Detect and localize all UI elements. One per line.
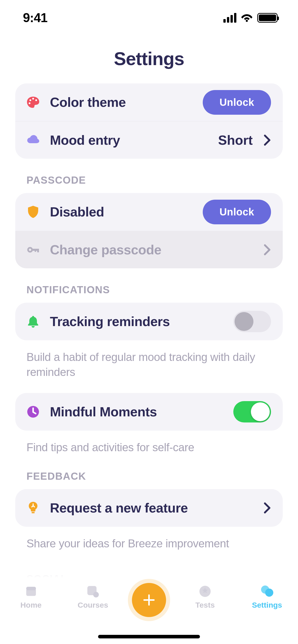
- row-change-passcode: Change passcode: [15, 231, 283, 268]
- section-header-feedback: FEEDBACK: [26, 471, 283, 482]
- chevron-right-icon: [263, 502, 271, 514]
- add-button[interactable]: [132, 583, 166, 617]
- chevron-right-icon: [263, 244, 271, 255]
- passcode-group: Disabled Unlock Change passcode: [15, 193, 283, 268]
- svg-point-17: [265, 589, 273, 597]
- home-indicator: [98, 635, 200, 638]
- tracking-reminders-hint: Build a habit of regular mood tracking w…: [26, 349, 272, 380]
- wifi-icon: [241, 13, 253, 22]
- tracking-group: Tracking reminders: [15, 303, 283, 340]
- tab-tests[interactable]: Tests: [182, 584, 228, 609]
- row-tracking-reminders[interactable]: Tracking reminders: [15, 303, 283, 340]
- page-title: Settings: [0, 48, 298, 69]
- svg-point-14: [93, 592, 99, 597]
- row-color-theme[interactable]: Color theme Unlock: [15, 83, 283, 121]
- svg-rect-7: [37, 249, 39, 252]
- status-bar: 9:41: [0, 0, 298, 36]
- row-mood-entry[interactable]: Mood entry Short: [15, 121, 283, 159]
- tab-home[interactable]: Home: [8, 584, 54, 609]
- settings-icon: [260, 584, 274, 599]
- tab-courses[interactable]: Courses: [70, 584, 116, 609]
- tab-settings-label: Settings: [252, 601, 282, 609]
- section-header-notifications: NOTIFICATIONS: [26, 284, 283, 296]
- appearance-group: Color theme Unlock Mood entry Short: [15, 83, 283, 159]
- svg-point-1: [32, 98, 34, 100]
- shield-icon: [25, 204, 41, 219]
- tracking-reminders-label: Tracking reminders: [50, 314, 224, 329]
- chevron-right-icon: [263, 135, 271, 146]
- tab-courses-label: Courses: [78, 601, 108, 609]
- change-passcode-label: Change passcode: [50, 242, 254, 257]
- lightbulb-icon: [25, 500, 41, 516]
- signal-icon: [223, 13, 236, 23]
- svg-point-2: [35, 99, 37, 101]
- clock-icon: [25, 404, 41, 419]
- tab-bar: Home Courses Tests Settings: [0, 578, 298, 644]
- section-header-passcode: PASSCODE: [26, 174, 283, 186]
- plus-icon: [142, 593, 156, 607]
- color-theme-label: Color theme: [50, 95, 194, 110]
- tab-home-label: Home: [20, 601, 42, 609]
- bell-icon: [25, 314, 41, 329]
- mindful-moments-toggle[interactable]: [233, 401, 271, 422]
- request-feature-label: Request a new feature: [50, 500, 254, 516]
- key-icon: [25, 242, 41, 257]
- tab-tests-label: Tests: [195, 601, 215, 609]
- mindful-moments-label: Mindful Moments: [50, 404, 224, 419]
- row-mindful-moments[interactable]: Mindful Moments: [15, 393, 283, 431]
- passcode-unlock-button[interactable]: Unlock: [203, 200, 271, 224]
- home-icon: [24, 584, 38, 599]
- cloud-icon: [25, 133, 41, 148]
- tracking-reminders-toggle[interactable]: [233, 311, 271, 332]
- svg-rect-8: [35, 249, 36, 252]
- svg-rect-12: [26, 587, 36, 590]
- feedback-group: Request a new feature: [15, 489, 283, 527]
- row-request-feature[interactable]: Request a new feature: [15, 489, 283, 527]
- row-passcode-status[interactable]: Disabled Unlock: [15, 193, 283, 231]
- color-theme-unlock-button[interactable]: Unlock: [203, 90, 271, 115]
- palette-icon: [25, 95, 41, 110]
- passcode-status-label: Disabled: [50, 204, 194, 219]
- mood-entry-value: Short: [218, 133, 253, 148]
- mindful-moments-hint: Find tips and activities for self-care: [26, 440, 272, 455]
- svg-point-5: [29, 249, 31, 251]
- status-indicators: [223, 13, 278, 23]
- mood-entry-label: Mood entry: [50, 133, 209, 148]
- tab-settings[interactable]: Settings: [244, 584, 290, 609]
- battery-icon: [257, 13, 278, 23]
- status-time: 9:41: [23, 10, 47, 25]
- mindful-group: Mindful Moments: [15, 393, 283, 431]
- courses-icon: [86, 584, 100, 599]
- tests-icon: [199, 584, 211, 599]
- svg-rect-10: [32, 512, 35, 513]
- svg-point-0: [30, 99, 31, 101]
- svg-point-3: [29, 103, 31, 104]
